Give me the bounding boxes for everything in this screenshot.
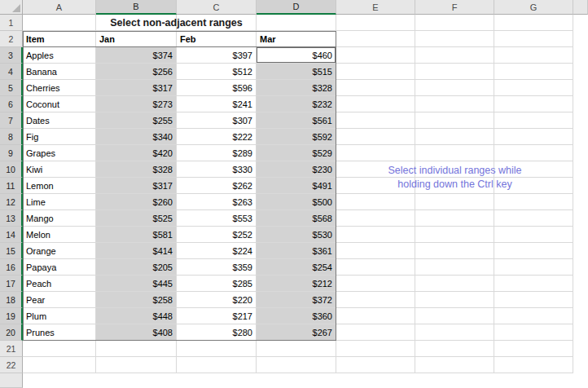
- cell-C6[interactable]: $241: [177, 96, 257, 112]
- cell-E22[interactable]: [336, 357, 415, 373]
- cell-E16[interactable]: [336, 259, 415, 276]
- cell-A6[interactable]: Coconut: [23, 96, 96, 112]
- cell-B12[interactable]: $260: [96, 194, 177, 210]
- cell-E1[interactable]: [336, 15, 415, 31]
- cell-F19[interactable]: [415, 308, 494, 324]
- select-all-corner[interactable]: [0, 0, 23, 15]
- row-header-15[interactable]: 15: [0, 243, 23, 259]
- cell-G15[interactable]: [494, 243, 573, 259]
- cell-A7[interactable]: Dates: [23, 112, 96, 129]
- cell-G17[interactable]: [494, 276, 573, 292]
- cell-E2[interactable]: [336, 31, 415, 47]
- cell-A21[interactable]: [23, 341, 96, 357]
- cell-D4[interactable]: $515: [257, 64, 336, 80]
- cell-A11[interactable]: Lemon: [23, 178, 96, 194]
- cell-A20[interactable]: Prunes: [23, 324, 96, 341]
- cell-D11[interactable]: $491: [257, 178, 336, 194]
- cell-G8[interactable]: [494, 129, 573, 145]
- cell-G22[interactable]: [494, 357, 573, 373]
- cell-F13[interactable]: [415, 210, 494, 227]
- cell-G21[interactable]: [494, 341, 573, 357]
- row-header-10[interactable]: 10: [0, 161, 23, 178]
- cell-E4[interactable]: [336, 64, 415, 80]
- cell-D8[interactable]: $592: [257, 129, 336, 145]
- cell-D22[interactable]: [257, 357, 336, 373]
- cell-B10[interactable]: $328: [96, 161, 177, 178]
- cell-G16[interactable]: [494, 259, 573, 276]
- row-header-22[interactable]: 22: [0, 357, 23, 373]
- cell-A5[interactable]: Cherries: [23, 80, 96, 96]
- cell-C18[interactable]: $220: [177, 292, 257, 308]
- row-header-1[interactable]: 1: [0, 15, 23, 31]
- row-header-18[interactable]: 18: [0, 292, 23, 308]
- cell-B13[interactable]: $525: [96, 210, 177, 227]
- cell-D15[interactable]: $361: [257, 243, 336, 259]
- row-header-7[interactable]: 7: [0, 112, 23, 129]
- cell-F12[interactable]: [415, 194, 494, 210]
- cell-F5[interactable]: [415, 80, 494, 96]
- cell-G4[interactable]: [494, 64, 573, 80]
- cell-E8[interactable]: [336, 129, 415, 145]
- cell-D12[interactable]: $500: [257, 194, 336, 210]
- cell-F22[interactable]: [415, 357, 494, 373]
- cell-F6[interactable]: [415, 96, 494, 112]
- row-header-8[interactable]: 8: [0, 129, 23, 145]
- column-header-B[interactable]: B: [96, 0, 177, 15]
- column-header-C[interactable]: C: [177, 0, 257, 15]
- row-header-6[interactable]: 6: [0, 96, 23, 112]
- cell-D16[interactable]: $254: [257, 259, 336, 276]
- cell-D19[interactable]: $360: [257, 308, 336, 324]
- cell-B6[interactable]: $273: [96, 96, 177, 112]
- cell-F18[interactable]: [415, 292, 494, 308]
- cell-A12[interactable]: Lime: [23, 194, 96, 210]
- cell-E14[interactable]: [336, 227, 415, 243]
- cell-A10[interactable]: Kiwi: [23, 161, 96, 178]
- cell-F16[interactable]: [415, 259, 494, 276]
- cell-E5[interactable]: [336, 80, 415, 96]
- cell-D3[interactable]: $460: [257, 47, 336, 64]
- cell-B8[interactable]: $340: [96, 129, 177, 145]
- cell-E12[interactable]: [336, 194, 415, 210]
- cell-F9[interactable]: [415, 145, 494, 161]
- cell-D1[interactable]: [257, 15, 336, 31]
- row-header-12[interactable]: 12: [0, 194, 23, 210]
- cell-A14[interactable]: Melon: [23, 227, 96, 243]
- cell-D14[interactable]: $530: [257, 227, 336, 243]
- cell-C5[interactable]: $596: [177, 80, 257, 96]
- cell-D6[interactable]: $232: [257, 96, 336, 112]
- cell-F3[interactable]: [415, 47, 494, 64]
- cell-D5[interactable]: $328: [257, 80, 336, 96]
- cell-D9[interactable]: $529: [257, 145, 336, 161]
- cell-F17[interactable]: [415, 276, 494, 292]
- cell-C10[interactable]: $330: [177, 161, 257, 178]
- cell-A9[interactable]: Grapes: [23, 145, 96, 161]
- cell-B2[interactable]: Jan: [96, 31, 177, 47]
- cell-C2[interactable]: Feb: [177, 31, 257, 47]
- cell-E15[interactable]: [336, 243, 415, 259]
- cell-E20[interactable]: [336, 324, 415, 341]
- cell-G12[interactable]: [494, 194, 573, 210]
- cell-C20[interactable]: $280: [177, 324, 257, 341]
- cell-A1[interactable]: [23, 15, 96, 31]
- cell-B15[interactable]: $414: [96, 243, 177, 259]
- cell-F20[interactable]: [415, 324, 494, 341]
- cell-B21[interactable]: [96, 341, 177, 357]
- cell-E6[interactable]: [336, 96, 415, 112]
- cell-A15[interactable]: Orange: [23, 243, 96, 259]
- cell-C11[interactable]: $262: [177, 178, 257, 194]
- cell-G9[interactable]: [494, 145, 573, 161]
- cell-F14[interactable]: [415, 227, 494, 243]
- row-header-2[interactable]: 2: [0, 31, 23, 47]
- cell-B14[interactable]: $581: [96, 227, 177, 243]
- row-header-5[interactable]: 5: [0, 80, 23, 96]
- row-header-19[interactable]: 19: [0, 308, 23, 324]
- cell-F4[interactable]: [415, 64, 494, 80]
- cell-B17[interactable]: $445: [96, 276, 177, 292]
- cell-D17[interactable]: $212: [257, 276, 336, 292]
- cell-C13[interactable]: $553: [177, 210, 257, 227]
- cell-A17[interactable]: Peach: [23, 276, 96, 292]
- cell-F7[interactable]: [415, 112, 494, 129]
- cell-A8[interactable]: Fig: [23, 129, 96, 145]
- cell-C4[interactable]: $512: [177, 64, 257, 80]
- cell-D7[interactable]: $561: [257, 112, 336, 129]
